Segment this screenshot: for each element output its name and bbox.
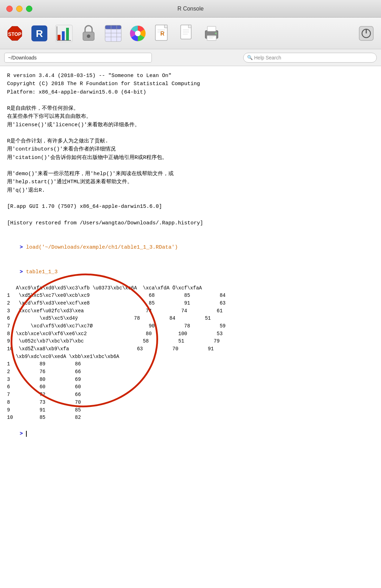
svg-text:STOP: STOP	[8, 31, 21, 37]
table-row2-10: 10 85 82	[7, 414, 374, 422]
table-row2-3: 3 80 69	[7, 376, 374, 384]
svg-text:R: R	[36, 28, 43, 39]
table-header-2: \xb9\xdc\xc0\xedA \xbb\xe1\xbc\xb6A	[7, 353, 374, 361]
console-intro-3: Platform: x86_64-apple-darwin15.6.0 (64-…	[7, 88, 374, 96]
table-row2-9: 9 91 85	[7, 407, 374, 414]
console-intro-9: 用'citation()'会告诉你如何在出版物中正确地引用R或R程序包。	[7, 154, 374, 162]
table-row-3: 3 \xcc\xef\u02fc\xd3\xea 74 74 61	[7, 307, 374, 315]
chart-icon-button[interactable]	[53, 23, 75, 44]
stop-button[interactable]: STOP	[4, 23, 25, 44]
console-intro-7: R是个合作计划，有许多人为之做出了贡献.	[7, 137, 374, 145]
toolbar: STOP R	[0, 18, 381, 49]
address-bar-row: ~/Downloads 🔍 Help Search	[0, 49, 381, 66]
svg-point-33	[215, 32, 217, 34]
table-row-6: 6 \xd5\xc5\xd4ÿ 78 84 51	[7, 315, 374, 322]
power-button[interactable]	[356, 23, 377, 44]
lock-icon-button[interactable]	[78, 23, 99, 44]
address-value: ~/Downloads	[8, 55, 37, 60]
console-intro-6: 用'license()'或'licence()'来看散布的详细条件。	[7, 121, 374, 129]
table-row-7: 7 \xcd\xf5\xd6\xc7\xc7Ø 90 78 59	[7, 322, 374, 330]
table-row-9: 9 \u052c\xb7\xbc\xb7\xbc 58 51 79	[7, 338, 374, 345]
traffic-lights	[6, 6, 32, 12]
table-row-2: 2 \xcd\xf5\xd3\xee\xcf\xe8 85 91 63	[7, 300, 374, 307]
command-load: > load('~/Downloads/example/ch1/table1_1…	[7, 235, 374, 260]
search-icon: 🔍	[247, 55, 253, 60]
svg-point-19	[135, 31, 141, 36]
list-icon-button[interactable]	[103, 23, 124, 44]
command-table: > table1_1_3	[7, 260, 374, 285]
console-gui-info: [R.app GUI 1.70 (7507) x86_64-apple-darw…	[7, 203, 374, 211]
table-row2-6: 6 60 60	[7, 383, 374, 391]
svg-rect-32	[207, 26, 216, 31]
console-intro-10: 用'demo()'来看一些示范程序，用'help()'来阅读在线帮助文件，或	[7, 170, 374, 178]
table-row-8: 8 \xcb\xce\xc0\xf6\xe6\xc2 80 100 53	[7, 330, 374, 338]
color-wheel-button[interactable]	[127, 23, 148, 44]
table-row2-7: 7 72 66	[7, 391, 374, 399]
console-intro-8: 用'contributors()'来看合作者的详细情况	[7, 145, 374, 153]
console-history-info: [History restored from /Users/wangtao/Do…	[7, 219, 374, 227]
script-icon-button[interactable]: R	[152, 23, 173, 44]
r-icon-button[interactable]: R	[29, 23, 50, 44]
table-header-1: A\xc9\xfa\xd0\xd5\xc3\xfb \u0373\xbc\xc6…	[7, 285, 374, 292]
table-row2-2: 2 76 66	[7, 368, 374, 376]
console-intro-12: 用'q()'退出R.	[7, 186, 374, 194]
window-title: R Console	[177, 6, 204, 12]
console-intro-5: 在某些条件下你可以将其自由散布。	[7, 113, 374, 121]
minimize-button[interactable]	[16, 6, 22, 12]
console-intro-4: R是自由软件，不带任何担保。	[7, 104, 374, 113]
cursor	[26, 431, 30, 437]
maximize-button[interactable]	[26, 6, 32, 12]
console-intro-1: R version 3.4.4 (2018-03-15) -- "Someone…	[7, 72, 374, 80]
console-intro-11: 用'help.start()'通过HTML浏览器来看帮助文件。	[7, 178, 374, 186]
help-search-bar[interactable]: 🔍 Help Search	[243, 53, 377, 63]
table-row2-8: 8 73 70	[7, 399, 374, 407]
title-bar: R Console	[0, 0, 381, 18]
svg-rect-5	[58, 35, 60, 40]
svg-rect-21	[164, 25, 167, 28]
svg-rect-7	[66, 28, 69, 40]
address-bar[interactable]: ~/Downloads	[4, 53, 152, 63]
svg-rect-13	[105, 25, 121, 29]
svg-rect-6	[62, 31, 65, 40]
help-search-placeholder: Help Search	[254, 55, 281, 60]
console-intro-2: Copyright (C) 2018 The R Foundation for …	[7, 80, 374, 88]
new-doc-button[interactable]	[176, 23, 198, 44]
svg-text:R: R	[160, 31, 164, 37]
console-area[interactable]: R version 3.4.4 (2018-03-15) -- "Someone…	[0, 66, 381, 588]
svg-rect-26	[188, 25, 191, 28]
table-row2-1: 1 89 86	[7, 360, 374, 368]
final-prompt: >	[7, 422, 374, 446]
print-button[interactable]	[201, 23, 222, 44]
svg-point-11	[87, 34, 90, 38]
table-row-1: 1 \xd5\xc5\xc7\xe0\xcb\xc9 68 85 84	[7, 292, 374, 300]
table-row-10: 10 \xd5Ž\xa8\xb9\xfa 63 70 91	[7, 345, 374, 353]
close-button[interactable]	[6, 6, 13, 12]
